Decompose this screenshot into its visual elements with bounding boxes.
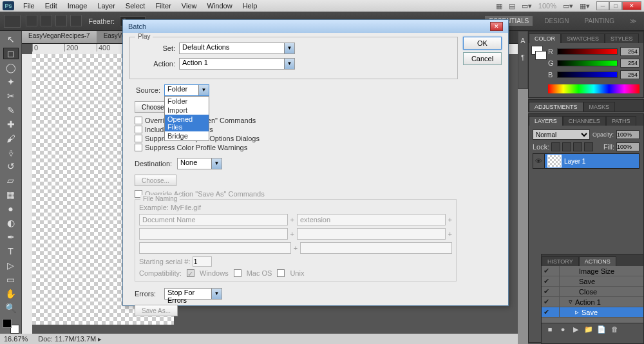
source-option-folder[interactable]: Folder bbox=[165, 97, 209, 106]
tab-actions[interactable]: ACTIONS bbox=[579, 256, 616, 266]
record-icon[interactable]: ● bbox=[558, 325, 567, 334]
menu-file[interactable]: File bbox=[18, 2, 40, 10]
layer-row[interactable]: 👁 Layer 1 bbox=[533, 153, 639, 169]
blur-tool-icon[interactable]: ● bbox=[3, 203, 19, 215]
pen-tool-icon[interactable]: ✒ bbox=[3, 231, 19, 243]
workspace-design[interactable]: DESIGN bbox=[540, 16, 573, 26]
menu-edit[interactable]: Edit bbox=[40, 2, 62, 10]
lasso-tool-icon[interactable]: ◯ bbox=[3, 62, 19, 73]
selection-intersect-icon[interactable] bbox=[70, 15, 82, 26]
close-button[interactable]: ✕ bbox=[622, 1, 641, 10]
eraser-tool-icon[interactable]: ▱ bbox=[3, 175, 19, 186]
source-option-opened-files[interactable]: Opened Files bbox=[165, 115, 209, 131]
layer-name[interactable]: Layer 1 bbox=[564, 158, 585, 165]
spectrum-bar[interactable] bbox=[548, 84, 639, 93]
tab-paths[interactable]: PATHS bbox=[606, 116, 636, 126]
extras-icon[interactable]: ▦▾ bbox=[580, 2, 590, 10]
tab-swatches[interactable]: SWATCHES bbox=[561, 33, 605, 43]
action-select[interactable]: Action 1▼ bbox=[179, 58, 295, 70]
lock-position-icon[interactable] bbox=[573, 142, 582, 151]
suppress-color-checkbox[interactable] bbox=[135, 144, 142, 151]
tab-color[interactable]: COLOR bbox=[529, 33, 561, 43]
source-select[interactable]: Folder▼ Folder Import Opened Files Bridg… bbox=[164, 84, 209, 96]
chevron-down-icon[interactable]: ▼ bbox=[284, 43, 294, 53]
chevron-down-icon[interactable]: ▼ bbox=[198, 85, 209, 95]
tab-layers[interactable]: LAYERS bbox=[529, 116, 563, 126]
dodge-tool-icon[interactable]: ◐ bbox=[3, 217, 19, 229]
menu-select[interactable]: Select bbox=[120, 2, 151, 10]
selection-new-icon[interactable] bbox=[26, 15, 37, 26]
bridge-icon[interactable]: ▦ bbox=[496, 2, 502, 10]
visibility-icon[interactable]: 👁 bbox=[533, 154, 545, 168]
tab-styles[interactable]: STYLES bbox=[605, 33, 639, 43]
r-value[interactable] bbox=[620, 47, 639, 56]
menu-window[interactable]: Window bbox=[202, 2, 238, 10]
actions-list[interactable]: ✔Image Size ✔Save ✔Close ✔▿Action 1 ✔▹Sa… bbox=[542, 266, 643, 323]
menu-help[interactable]: Help bbox=[238, 2, 263, 10]
workspace-more-icon[interactable]: ≫ bbox=[626, 16, 640, 26]
fill-input[interactable] bbox=[616, 142, 639, 151]
para-panel-icon[interactable]: ¶ bbox=[521, 53, 525, 61]
foreground-color-swatch[interactable] bbox=[3, 319, 12, 328]
blend-mode-select[interactable]: Normal bbox=[533, 129, 590, 140]
tab-history[interactable]: HISTORY bbox=[542, 256, 579, 266]
selection-add-icon[interactable] bbox=[41, 15, 52, 26]
delete-icon[interactable]: 🗑 bbox=[610, 325, 619, 334]
history-brush-icon[interactable]: ↺ bbox=[3, 161, 19, 173]
gradient-tool-icon[interactable]: ▦ bbox=[3, 189, 19, 200]
menu-filter[interactable]: Filter bbox=[150, 2, 176, 10]
g-slider[interactable] bbox=[557, 60, 618, 66]
new-set-icon[interactable]: 📁 bbox=[584, 325, 593, 334]
status-zoom[interactable]: 16.67% bbox=[4, 335, 28, 343]
tab-masks[interactable]: MASKS bbox=[583, 102, 616, 111]
ok-button[interactable]: OK bbox=[463, 37, 502, 50]
source-option-bridge[interactable]: Bridge bbox=[165, 131, 209, 140]
heal-tool-icon[interactable]: ✚ bbox=[3, 119, 19, 130]
menu-image[interactable]: Image bbox=[62, 2, 93, 10]
stop-icon[interactable]: ■ bbox=[545, 325, 554, 334]
chevron-down-icon[interactable]: ▼ bbox=[211, 289, 222, 299]
tab-adjustments[interactable]: ADJUSTMENTS bbox=[529, 102, 583, 111]
dialog-titlebar[interactable]: Batch ✕ bbox=[123, 20, 508, 33]
shape-tool-icon[interactable]: ▭ bbox=[3, 274, 19, 285]
char-panel-icon[interactable]: A bbox=[520, 37, 525, 44]
stamp-tool-icon[interactable]: ⎀ bbox=[3, 147, 19, 158]
menu-view[interactable]: View bbox=[176, 2, 202, 10]
chevron-down-icon[interactable]: ▼ bbox=[284, 59, 294, 69]
arrange-icon[interactable]: ▭▾ bbox=[522, 2, 532, 10]
lock-all-icon[interactable] bbox=[584, 142, 593, 151]
source-option-import[interactable]: Import bbox=[165, 106, 209, 115]
foreground-background-swatch[interactable] bbox=[3, 319, 19, 334]
type-tool-icon[interactable]: T bbox=[3, 245, 19, 257]
opacity-input[interactable] bbox=[616, 130, 639, 139]
background-color-swatch[interactable] bbox=[10, 325, 19, 334]
marquee-tool-icon[interactable]: ◻ bbox=[3, 48, 19, 59]
tab-channels[interactable]: CHANNELS bbox=[563, 116, 606, 126]
layer-thumbnail[interactable] bbox=[547, 155, 562, 167]
eyedropper-tool-icon[interactable]: ✎ bbox=[3, 104, 19, 116]
workspace-painting[interactable]: PAINTING bbox=[581, 16, 618, 26]
doc-tab-0[interactable]: EasyVeganRecipes-7 bbox=[22, 31, 97, 43]
move-tool-icon[interactable]: ↖ bbox=[3, 33, 19, 45]
menu-layer[interactable]: Layer bbox=[92, 2, 120, 10]
g-value[interactable] bbox=[620, 59, 639, 68]
lock-pixels-icon[interactable] bbox=[562, 142, 571, 151]
suppress-open-checkbox[interactable] bbox=[135, 135, 142, 142]
brush-tool-icon[interactable]: 🖌 bbox=[3, 133, 19, 144]
maximize-button[interactable]: □ bbox=[609, 1, 622, 10]
b-slider[interactable] bbox=[557, 72, 618, 78]
cancel-button[interactable]: Cancel bbox=[463, 52, 502, 65]
b-value[interactable] bbox=[620, 70, 639, 79]
zoom-tool-icon[interactable]: 🔍 bbox=[3, 302, 19, 314]
play-icon[interactable]: ▶ bbox=[571, 325, 580, 334]
current-tool-icon[interactable] bbox=[4, 15, 21, 28]
r-slider[interactable] bbox=[557, 48, 618, 55]
lock-transparency-icon[interactable] bbox=[551, 142, 560, 151]
set-select[interactable]: Default Actions▼ bbox=[179, 43, 295, 54]
override-open-checkbox[interactable] bbox=[135, 117, 142, 124]
screen-mode-icon[interactable]: ▭▾ bbox=[563, 2, 573, 10]
chevron-down-icon[interactable]: ▼ bbox=[211, 158, 222, 169]
zoom-level[interactable]: 100% bbox=[538, 2, 556, 10]
hand-tool-icon[interactable]: ✋ bbox=[3, 288, 19, 300]
include-subfolders-checkbox[interactable] bbox=[135, 126, 142, 133]
